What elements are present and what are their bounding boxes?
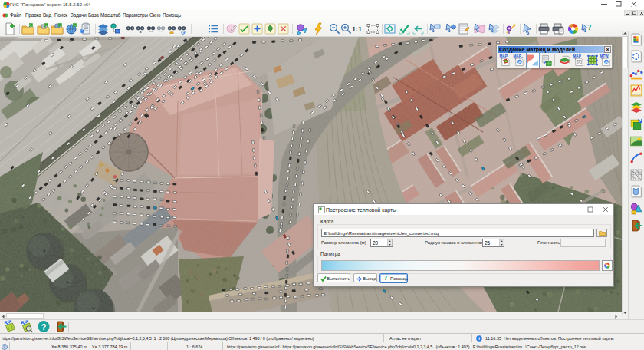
svg-text:A: A [518, 59, 522, 64]
svg-text:1:1: 1:1 [352, 25, 362, 33]
svg-text:A: A [605, 59, 609, 64]
svg-text:MAP: MAP [499, 54, 507, 58]
svg-text:MTW: MTW [600, 54, 609, 58]
svg-text:MAP: MAP [573, 54, 580, 58]
svg-text:?: ? [41, 322, 47, 332]
svg-text:?: ? [588, 23, 592, 31]
svg-text:...: ... [150, 28, 153, 33]
svg-text:a: a [140, 30, 142, 34]
svg-text:MAP..: MAP.. [513, 54, 522, 58]
svg-text:...: ... [159, 28, 163, 33]
